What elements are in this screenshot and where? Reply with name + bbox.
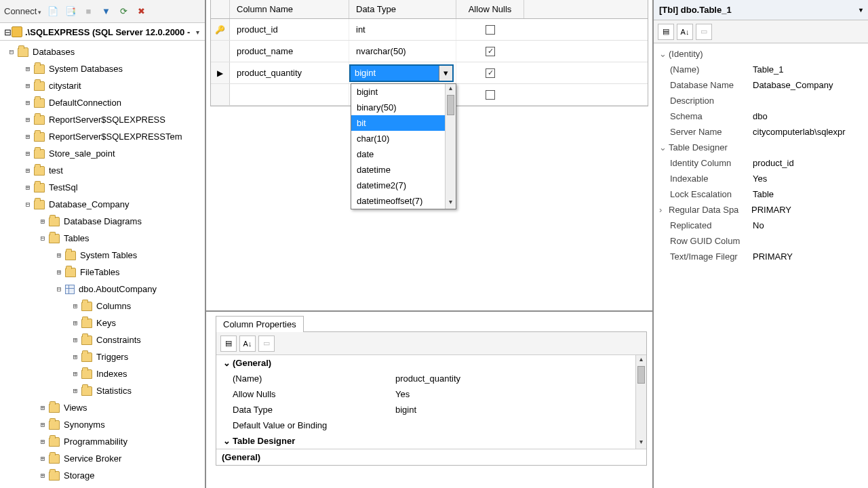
rp-category[interactable]: ⌄(Identity) [654, 46, 868, 62]
expand-icon[interactable]: ⊞ [71, 352, 80, 361]
grid-row[interactable]: ▶product_quantitybigint▾bigintbinary(50)… [211, 62, 648, 84]
expand-icon[interactable]: ⊞ [23, 132, 33, 141]
tree-node[interactable]: ⊞ citystarit [3, 77, 205, 94]
alphabetical-icon[interactable]: A↓ [239, 336, 256, 352]
cp-category[interactable]: ⌄Table Designer [216, 433, 646, 449]
cp-property[interactable]: Default Value or Binding [216, 418, 646, 433]
rp-category[interactable]: ⌄Table Designer [654, 140, 868, 155]
tree-node[interactable]: ⊟ Database_Company [3, 196, 205, 213]
collapse-icon[interactable]: ⌄ [659, 49, 669, 59]
property-value[interactable]: bigint [395, 405, 642, 415]
collapse-icon[interactable]: ⊟ [7, 47, 16, 56]
new-query-icon[interactable]: 📄 [47, 5, 59, 18]
rp-property[interactable]: ReplicatedNo [654, 218, 868, 233]
expand-icon[interactable]: ⊞ [71, 336, 80, 344]
cell-column-name[interactable]: product_name [230, 41, 349, 62]
expand-icon[interactable]: ⊞ [23, 166, 33, 175]
expand-icon[interactable]: ⊞ [38, 437, 47, 446]
allow-nulls-checkbox[interactable] [486, 47, 495, 56]
expand-icon[interactable]: ⊞ [71, 319, 80, 327]
property-value[interactable] [753, 96, 863, 106]
expand-icon[interactable]: ⊞ [38, 217, 47, 226]
tree-node[interactable]: ⊞ Service Broker [3, 450, 205, 467]
cp-property[interactable]: Data Typebigint [216, 402, 646, 418]
scroll-down-icon[interactable]: ▾ [636, 438, 646, 449]
expand-icon[interactable]: ⊞ [38, 420, 47, 429]
scroll-up-icon[interactable]: ▴ [636, 355, 646, 366]
tree-node[interactable]: ⊟ Databases [3, 43, 205, 60]
scroll-thumb[interactable] [637, 366, 645, 384]
cell-data-type[interactable]: int [349, 19, 456, 40]
expand-icon[interactable]: ⊞ [71, 302, 80, 310]
collapse-icon[interactable]: ⌄ [223, 436, 233, 446]
property-value[interactable]: product_id [753, 158, 863, 168]
dropdown-option[interactable]: datetime [351, 162, 456, 178]
disconnect-icon[interactable]: 📑 [64, 5, 77, 18]
datatype-dropdown[interactable]: bigintbinary(50)bitchar(10)datedatetimed… [351, 83, 456, 209]
rp-property[interactable]: Lock EscalationTable [654, 186, 868, 202]
tree-node[interactable]: ⊞ ReportServer$SQLEXPRESS [3, 111, 205, 128]
expand-icon[interactable]: ⊞ [23, 149, 33, 158]
property-value[interactable]: citycomputerlab\sqlexpr [753, 127, 863, 137]
expand-icon[interactable]: ⊞ [54, 268, 64, 277]
cp-property[interactable]: Allow NullsYes [216, 386, 646, 402]
tree-node[interactable]: ⊞ System Tables [3, 247, 205, 264]
tree-node[interactable]: ⊞ Columns [3, 298, 205, 314]
dropdown-option[interactable]: datetime2(7) [351, 178, 456, 193]
tree-node[interactable]: ⊞ TestSql [3, 179, 205, 196]
combo-value[interactable]: bigint [351, 66, 439, 81]
rp-property[interactable]: Server Namecitycomputerlab\sqlexpr [654, 124, 868, 140]
expand-icon[interactable]: ⊞ [71, 386, 80, 395]
expand-icon[interactable]: › [659, 205, 669, 215]
dropdown-option[interactable]: datetimeoffset(7) [351, 193, 456, 209]
expand-icon[interactable]: ⊞ [38, 403, 47, 412]
dropdown-option[interactable]: char(10) [351, 131, 456, 146]
allow-nulls-checkbox[interactable] [486, 25, 495, 35]
rp-property[interactable]: Database NameDatabase_Company [654, 77, 868, 93]
dropdown-option[interactable]: bit [351, 115, 456, 131]
tree-node[interactable]: ⊞ System Databases [3, 60, 205, 77]
property-value[interactable]: PRIMARY [751, 205, 863, 215]
tree[interactable]: ⊟ Databases ⊞ System Databases ⊞ citysta… [0, 41, 205, 488]
header-column-name[interactable]: Column Name [230, 0, 349, 18]
property-value[interactable]: Yes [753, 174, 863, 184]
expand-icon[interactable]: ⊞ [38, 454, 47, 463]
expand-icon[interactable]: ⊞ [38, 471, 47, 480]
categorized-icon[interactable]: ▤ [220, 336, 237, 352]
tree-node[interactable]: ⊞ Triggers [3, 348, 205, 365]
tree-node[interactable]: ⊞ Database Diagrams [3, 213, 205, 230]
collapse-icon[interactable]: ⌄ [223, 358, 233, 368]
rp-property[interactable]: Description [654, 93, 868, 108]
property-value[interactable]: product_quantity [395, 373, 642, 384]
collapse-icon[interactable]: ⊟ [4, 27, 12, 37]
cp-property[interactable]: (Name)product_quantity [216, 371, 646, 386]
tree-node[interactable]: ⊞ Synonyms [3, 416, 205, 433]
tree-node[interactable]: ⊞ Indexes [3, 365, 205, 382]
dropdown-option[interactable]: bigint [351, 84, 456, 100]
expand-icon[interactable]: ⊞ [23, 115, 33, 124]
property-value[interactable]: Table [753, 189, 863, 199]
property-value[interactable]: Table_1 [753, 64, 863, 75]
grid-row[interactable]: product_namenvarchar(50) [211, 41, 648, 62]
expand-icon[interactable]: ⊞ [23, 81, 33, 90]
dropdown-icon[interactable]: ▾ [196, 28, 199, 36]
stop-icon[interactable]: ■ [82, 5, 94, 18]
property-value[interactable]: PRIMARY [753, 251, 863, 262]
rp-property[interactable]: ›Regular Data SpaPRIMARY [654, 202, 868, 218]
rp-property[interactable]: IndexableYes [654, 171, 868, 186]
column-properties-tab[interactable]: Column Properties [216, 316, 304, 332]
tree-node[interactable]: ⊞ Keys [3, 314, 205, 331]
expand-icon[interactable]: ⊞ [23, 183, 33, 192]
dropdown-icon[interactable]: ▾ [859, 6, 863, 14]
rp-property[interactable]: Row GUID Colum [654, 233, 868, 249]
expand-icon[interactable]: ⊞ [71, 369, 80, 378]
collapse-icon[interactable]: ⊟ [23, 200, 33, 209]
tree-node[interactable]: ⊞ Programmability [3, 433, 205, 450]
header-allow-nulls[interactable]: Allow Nulls [456, 0, 524, 18]
allow-nulls-checkbox[interactable] [486, 68, 495, 78]
expand-icon[interactable]: ⊞ [23, 98, 33, 107]
tree-node[interactable]: ⊞ Store_sale_point [3, 145, 205, 162]
property-value[interactable]: No [753, 220, 863, 230]
cp-category[interactable]: ⌄(General) [216, 355, 646, 371]
categorized-icon[interactable]: ▤ [658, 24, 674, 40]
